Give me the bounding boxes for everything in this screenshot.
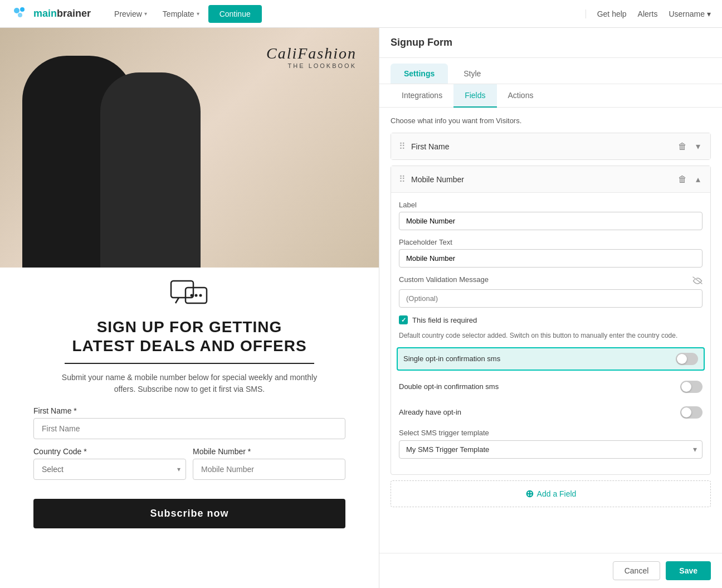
country-code-select-wrapper: Select ▾	[33, 459, 186, 480]
double-optin-toggle[interactable]	[680, 381, 703, 393]
validation-group: Custom Validation Message	[399, 275, 703, 308]
country-code-field: Country Code * Select ▾	[33, 447, 186, 480]
required-checkbox-label: This field is required	[412, 316, 477, 324]
info-text: Choose what info you want from Visitors.	[391, 116, 711, 125]
panel-title: Signup Form	[391, 37, 711, 48]
save-button[interactable]: Save	[666, 561, 711, 580]
single-optin-label: Single opt-in confirmation sms	[403, 354, 676, 363]
tab-style[interactable]: Style	[450, 64, 494, 84]
svg-rect-3	[171, 281, 193, 298]
settings-panel: Signup Form Settings Style Integrations …	[379, 28, 722, 588]
preview-panel: CaliFashion The Lookbook SIGN UP FOR GET…	[0, 28, 379, 588]
eye-off-icon[interactable]	[692, 276, 703, 286]
panel-header: Signup Form	[379, 28, 722, 58]
logo-icon	[11, 5, 29, 23]
sms-trigger-select[interactable]: My SMS Trigger Template Template 1 Templ…	[399, 440, 703, 459]
first-name-input[interactable]	[33, 418, 345, 439]
divider-line	[65, 363, 314, 364]
svg-point-2	[18, 13, 22, 17]
label-field-label: Label	[399, 201, 703, 209]
field-card-firstname-header: ⠿ First Name 🗑 ▾	[391, 133, 710, 159]
alerts-link[interactable]: Alerts	[638, 9, 658, 18]
firstname-card-label: First Name	[411, 142, 676, 151]
sub-tab-actions[interactable]: Actions	[497, 84, 545, 108]
continue-button[interactable]: Continue	[208, 5, 262, 23]
required-checkbox-row: This field is required	[399, 315, 703, 324]
delete-mobile-button[interactable]: 🗑	[676, 173, 689, 186]
chat-icon-area	[33, 279, 345, 312]
get-help-link[interactable]: Get help	[597, 9, 627, 18]
panel-body: Choose what info you want from Visitors.…	[379, 108, 722, 553]
expand-firstname-button[interactable]: ▾	[694, 140, 703, 153]
first-name-label: First Name *	[33, 406, 345, 415]
figure-right	[100, 72, 201, 268]
brand-sub: The Lookbook	[266, 62, 357, 69]
label-group: Label	[399, 201, 703, 230]
username-chevron-icon: ▾	[707, 9, 711, 18]
form-content: SIGN UP FOR GETTING LATEST DEALS AND OFF…	[0, 268, 379, 588]
signup-description: Submit your name & mobile number below f…	[56, 372, 323, 395]
chat-icon	[170, 279, 209, 312]
header-right: Get help Alerts Username ▾	[586, 9, 711, 18]
add-field-button[interactable]: ⊕ Add a Field	[391, 480, 711, 507]
field-card-firstname: ⠿ First Name 🗑 ▾	[391, 133, 711, 160]
already-optin-label: Already have opt-in	[399, 408, 680, 416]
drag-icon-mobile[interactable]: ⠿	[399, 174, 406, 184]
tab-settings[interactable]: Settings	[391, 64, 448, 84]
brand-name: CaliFashion	[266, 45, 357, 62]
signup-heading: SIGN UP FOR GETTING LATEST DEALS AND OFF…	[33, 318, 345, 355]
nav-preview[interactable]: Preview ▾	[108, 6, 154, 22]
hero-image: CaliFashion The Lookbook	[0, 28, 379, 268]
validation-row: Custom Validation Message	[399, 275, 703, 286]
mobile-number-field-preview: Mobile Number *	[193, 447, 345, 480]
header: mainbrainer Preview ▾ Template ▾ Continu…	[0, 0, 722, 28]
sms-select-wrapper: My SMS Trigger Template Template 1 Templ…	[399, 440, 703, 459]
sms-trigger-label: Select SMS trigger template	[399, 429, 703, 437]
field-card-actions-mobile: 🗑 ▴	[676, 173, 703, 186]
subscribe-button[interactable]: Subscribe now	[33, 499, 345, 528]
logo: mainbrainer	[11, 5, 91, 23]
mobile-card-label: Mobile Number	[411, 175, 676, 184]
field-card-mobile: ⠿ Mobile Number 🗑 ▴ Label Place	[391, 166, 711, 475]
template-chevron-icon: ▾	[197, 11, 199, 17]
placeholder-input[interactable]	[399, 249, 703, 268]
already-optin-row: Already have opt-in	[399, 403, 703, 422]
logo-text: mainbrainer	[33, 8, 91, 20]
field-card-mobile-header: ⠿ Mobile Number 🗑 ▴	[391, 166, 710, 192]
sms-trigger-group: Select SMS trigger template My SMS Trigg…	[399, 429, 703, 459]
first-name-field: First Name *	[33, 406, 345, 439]
field-card-mobile-body: Label Placeholder Text Custom Validation…	[391, 192, 710, 474]
validation-label: Custom Validation Message	[399, 275, 489, 284]
required-checkbox[interactable]	[399, 315, 408, 324]
sub-tab-group: Integrations Fields Actions	[379, 84, 722, 108]
placeholder-label: Placeholder Text	[399, 238, 703, 246]
country-code-select[interactable]: Select	[33, 459, 186, 480]
placeholder-group: Placeholder Text	[399, 238, 703, 268]
nav-template[interactable]: Template ▾	[156, 6, 206, 22]
main-layout: CaliFashion The Lookbook SIGN UP FOR GET…	[0, 28, 722, 588]
country-code-label: Country Code *	[33, 447, 186, 456]
cancel-button[interactable]: Cancel	[613, 561, 661, 580]
svg-point-0	[14, 8, 19, 13]
svg-point-6	[195, 294, 198, 297]
field-row: Country Code * Select ▾ Mobile Number *	[33, 447, 345, 488]
svg-point-1	[20, 7, 25, 12]
top-tab-group: Settings Style	[379, 58, 722, 84]
delete-firstname-button[interactable]: 🗑	[676, 140, 689, 153]
brand-text: CaliFashion The Lookbook	[266, 45, 357, 69]
sub-tab-fields[interactable]: Fields	[453, 84, 496, 108]
mobile-number-input[interactable]	[193, 459, 345, 480]
sub-tab-integrations[interactable]: Integrations	[391, 84, 453, 108]
preview-chevron-icon: ▾	[144, 11, 147, 17]
main-nav: Preview ▾ Template ▾ Continue	[108, 5, 262, 23]
double-optin-label: Double opt-in confirmation sms	[399, 382, 680, 391]
username-menu[interactable]: Username ▾	[669, 9, 711, 18]
label-field-input[interactable]	[399, 212, 703, 230]
validation-input[interactable]	[399, 289, 703, 308]
already-optin-toggle[interactable]	[680, 406, 703, 419]
drag-icon-firstname[interactable]: ⠿	[399, 141, 406, 152]
mobile-number-label: Mobile Number *	[193, 447, 345, 456]
collapse-mobile-button[interactable]: ▴	[694, 173, 703, 186]
panel-footer: Cancel Save	[379, 553, 722, 588]
single-optin-toggle[interactable]	[676, 353, 698, 365]
